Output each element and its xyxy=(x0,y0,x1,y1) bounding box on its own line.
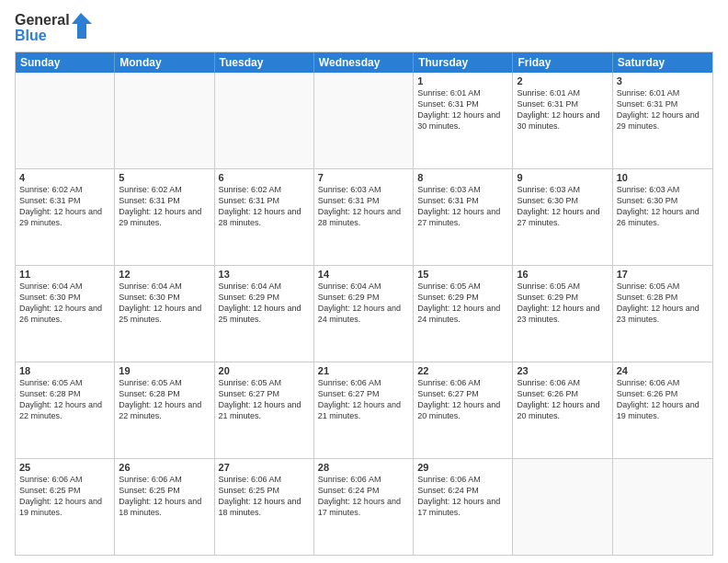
calendar-cell-12: 12Sunrise: 6:04 AMSunset: 6:30 PMDayligh… xyxy=(115,266,214,362)
page-header: GeneralBlue xyxy=(15,11,713,44)
svg-text:Blue: Blue xyxy=(15,28,47,43)
calendar-cell-19: 19Sunrise: 6:05 AMSunset: 6:28 PMDayligh… xyxy=(115,362,214,458)
calendar: SundayMondayTuesdayWednesdayThursdayFrid… xyxy=(15,52,713,556)
day-number: 21 xyxy=(318,365,409,376)
calendar-cell-29: 29Sunrise: 6:06 AMSunset: 6:24 PMDayligh… xyxy=(414,459,513,555)
cell-info: Sunrise: 6:04 AMSunset: 6:30 PMDaylight:… xyxy=(119,281,210,326)
cell-info: Sunrise: 6:05 AMSunset: 6:29 PMDaylight:… xyxy=(417,281,508,326)
calendar-cell-4: 4Sunrise: 6:02 AMSunset: 6:31 PMDaylight… xyxy=(16,169,115,265)
cell-info: Sunrise: 6:06 AMSunset: 6:25 PMDaylight:… xyxy=(19,474,110,519)
calendar-cell-11: 11Sunrise: 6:04 AMSunset: 6:30 PMDayligh… xyxy=(16,266,115,362)
calendar-cell-6: 6Sunrise: 6:02 AMSunset: 6:31 PMDaylight… xyxy=(215,169,314,265)
cell-info: Sunrise: 6:06 AMSunset: 6:27 PMDaylight:… xyxy=(318,377,409,422)
day-number: 15 xyxy=(417,269,508,280)
header-day-friday: Friday xyxy=(513,52,612,73)
calendar-row-2: 4Sunrise: 6:02 AMSunset: 6:31 PMDaylight… xyxy=(16,169,712,266)
day-number: 25 xyxy=(19,462,110,473)
calendar-cell-empty xyxy=(16,73,115,168)
cell-info: Sunrise: 6:06 AMSunset: 6:26 PMDaylight:… xyxy=(517,377,608,422)
cell-info: Sunrise: 6:03 AMSunset: 6:31 PMDaylight:… xyxy=(318,184,409,229)
calendar-cell-23: 23Sunrise: 6:06 AMSunset: 6:26 PMDayligh… xyxy=(513,362,612,458)
calendar-cell-24: 24Sunrise: 6:06 AMSunset: 6:26 PMDayligh… xyxy=(613,362,712,458)
day-number: 11 xyxy=(19,269,110,280)
cell-info: Sunrise: 6:01 AMSunset: 6:31 PMDaylight:… xyxy=(517,87,608,132)
calendar-cell-22: 22Sunrise: 6:06 AMSunset: 6:27 PMDayligh… xyxy=(414,362,513,458)
day-number: 13 xyxy=(219,269,310,280)
day-number: 2 xyxy=(517,75,608,86)
day-number: 5 xyxy=(119,172,210,183)
calendar-header: SundayMondayTuesdayWednesdayThursdayFrid… xyxy=(16,52,712,73)
cell-info: Sunrise: 6:05 AMSunset: 6:27 PMDaylight:… xyxy=(219,377,310,422)
cell-info: Sunrise: 6:01 AMSunset: 6:31 PMDaylight:… xyxy=(617,87,709,132)
calendar-cell-empty xyxy=(613,459,712,555)
day-number: 19 xyxy=(119,365,210,376)
day-number: 17 xyxy=(617,269,709,280)
day-number: 3 xyxy=(617,75,709,86)
cell-info: Sunrise: 6:03 AMSunset: 6:30 PMDaylight:… xyxy=(517,184,608,229)
cell-info: Sunrise: 6:05 AMSunset: 6:28 PMDaylight:… xyxy=(19,377,110,422)
calendar-cell-empty xyxy=(513,459,612,555)
day-number: 9 xyxy=(517,172,608,183)
cell-info: Sunrise: 6:02 AMSunset: 6:31 PMDaylight:… xyxy=(219,184,310,229)
calendar-cell-20: 20Sunrise: 6:05 AMSunset: 6:27 PMDayligh… xyxy=(215,362,314,458)
svg-marker-2 xyxy=(72,13,92,39)
day-number: 20 xyxy=(219,365,310,376)
calendar-cell-16: 16Sunrise: 6:05 AMSunset: 6:29 PMDayligh… xyxy=(513,266,612,362)
calendar-cell-17: 17Sunrise: 6:05 AMSunset: 6:28 PMDayligh… xyxy=(613,266,712,362)
calendar-cell-9: 9Sunrise: 6:03 AMSunset: 6:30 PMDaylight… xyxy=(513,169,612,265)
day-number: 4 xyxy=(19,172,110,183)
day-number: 6 xyxy=(219,172,310,183)
day-number: 14 xyxy=(318,269,409,280)
calendar-cell-18: 18Sunrise: 6:05 AMSunset: 6:28 PMDayligh… xyxy=(16,362,115,458)
cell-info: Sunrise: 6:04 AMSunset: 6:29 PMDaylight:… xyxy=(219,281,310,326)
cell-info: Sunrise: 6:06 AMSunset: 6:26 PMDaylight:… xyxy=(617,377,709,422)
calendar-cell-13: 13Sunrise: 6:04 AMSunset: 6:29 PMDayligh… xyxy=(215,266,314,362)
calendar-cell-21: 21Sunrise: 6:06 AMSunset: 6:27 PMDayligh… xyxy=(314,362,414,458)
cell-info: Sunrise: 6:05 AMSunset: 6:28 PMDaylight:… xyxy=(617,281,709,326)
cell-info: Sunrise: 6:02 AMSunset: 6:31 PMDaylight:… xyxy=(119,184,210,229)
cell-info: Sunrise: 6:02 AMSunset: 6:31 PMDaylight:… xyxy=(19,184,110,229)
calendar-cell-5: 5Sunrise: 6:02 AMSunset: 6:31 PMDaylight… xyxy=(115,169,214,265)
calendar-cell-28: 28Sunrise: 6:06 AMSunset: 6:24 PMDayligh… xyxy=(314,459,414,555)
calendar-cell-10: 10Sunrise: 6:03 AMSunset: 6:30 PMDayligh… xyxy=(613,169,712,265)
calendar-cell-14: 14Sunrise: 6:04 AMSunset: 6:29 PMDayligh… xyxy=(314,266,414,362)
cell-info: Sunrise: 6:05 AMSunset: 6:29 PMDaylight:… xyxy=(517,281,608,326)
day-number: 18 xyxy=(19,365,110,376)
day-number: 22 xyxy=(417,365,508,376)
day-number: 29 xyxy=(417,462,508,473)
calendar-row-5: 25Sunrise: 6:06 AMSunset: 6:25 PMDayligh… xyxy=(16,459,712,555)
cell-info: Sunrise: 6:06 AMSunset: 6:27 PMDaylight:… xyxy=(417,377,508,422)
header-day-thursday: Thursday xyxy=(414,52,513,73)
calendar-cell-15: 15Sunrise: 6:05 AMSunset: 6:29 PMDayligh… xyxy=(414,266,513,362)
cell-info: Sunrise: 6:06 AMSunset: 6:24 PMDaylight:… xyxy=(318,474,409,519)
day-number: 1 xyxy=(417,75,508,86)
cell-info: Sunrise: 6:03 AMSunset: 6:31 PMDaylight:… xyxy=(417,184,508,229)
day-number: 8 xyxy=(417,172,508,183)
cell-info: Sunrise: 6:06 AMSunset: 6:25 PMDaylight:… xyxy=(219,474,310,519)
day-number: 26 xyxy=(119,462,210,473)
calendar-cell-25: 25Sunrise: 6:06 AMSunset: 6:25 PMDayligh… xyxy=(16,459,115,555)
calendar-cell-empty xyxy=(215,73,314,168)
day-number: 24 xyxy=(617,365,709,376)
day-number: 23 xyxy=(517,365,608,376)
calendar-cell-2: 2Sunrise: 6:01 AMSunset: 6:31 PMDaylight… xyxy=(513,73,612,168)
header-day-saturday: Saturday xyxy=(613,52,712,73)
cell-info: Sunrise: 6:05 AMSunset: 6:28 PMDaylight:… xyxy=(119,377,210,422)
logo-icon: GeneralBlue xyxy=(15,11,97,44)
cell-info: Sunrise: 6:03 AMSunset: 6:30 PMDaylight:… xyxy=(617,184,709,229)
calendar-cell-26: 26Sunrise: 6:06 AMSunset: 6:25 PMDayligh… xyxy=(115,459,214,555)
day-number: 12 xyxy=(119,269,210,280)
day-number: 27 xyxy=(219,462,310,473)
day-number: 7 xyxy=(318,172,409,183)
calendar-row-1: 1Sunrise: 6:01 AMSunset: 6:31 PMDaylight… xyxy=(16,73,712,169)
calendar-row-3: 11Sunrise: 6:04 AMSunset: 6:30 PMDayligh… xyxy=(16,266,712,362)
calendar-cell-7: 7Sunrise: 6:03 AMSunset: 6:31 PMDaylight… xyxy=(314,169,414,265)
calendar-cell-1: 1Sunrise: 6:01 AMSunset: 6:31 PMDaylight… xyxy=(414,73,513,168)
header-day-tuesday: Tuesday xyxy=(215,52,314,73)
calendar-cell-empty xyxy=(115,73,214,168)
header-day-sunday: Sunday xyxy=(16,52,115,73)
cell-info: Sunrise: 6:04 AMSunset: 6:30 PMDaylight:… xyxy=(19,281,110,326)
cell-info: Sunrise: 6:04 AMSunset: 6:29 PMDaylight:… xyxy=(318,281,409,326)
logo: GeneralBlue xyxy=(15,11,97,44)
calendar-row-4: 18Sunrise: 6:05 AMSunset: 6:28 PMDayligh… xyxy=(16,362,712,459)
